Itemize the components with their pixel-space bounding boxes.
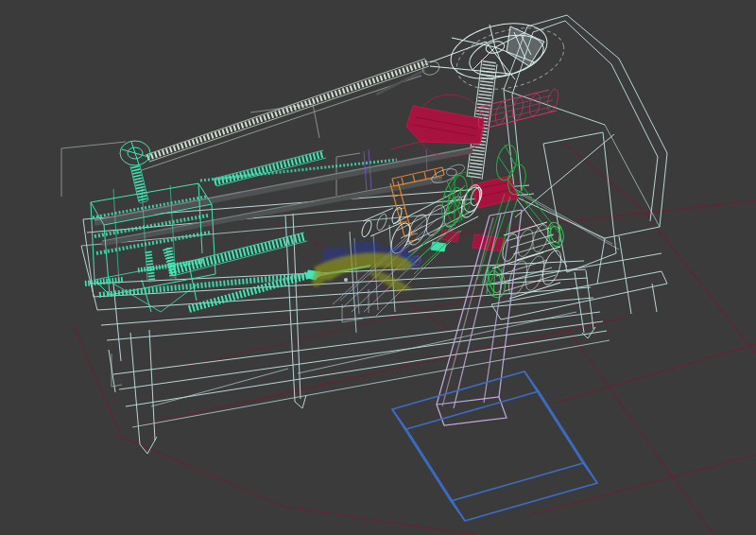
watermark-speck [344, 278, 348, 282]
cad-viewport[interactable] [0, 0, 756, 535]
wireframe-scene [0, 0, 756, 535]
